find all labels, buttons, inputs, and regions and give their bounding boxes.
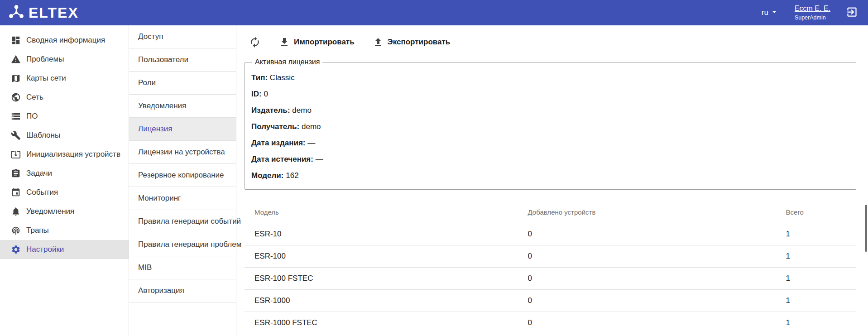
license-field: Дата истечения: —: [251, 151, 849, 168]
upload-icon: [373, 37, 384, 48]
submenu-item[interactable]: Авторизация: [129, 279, 236, 302]
table-cell: 0: [528, 268, 786, 290]
submenu-item[interactable]: Уведомления: [129, 95, 236, 118]
download-icon: [279, 37, 290, 48]
column-header: Модель: [245, 202, 528, 223]
toolbar: Импортировать Экспортировать: [236, 25, 868, 48]
sidebar-item[interactable]: Сводная информация: [0, 31, 129, 50]
submenu-item[interactable]: Пользователи: [129, 48, 236, 72]
language-selector[interactable]: ru: [762, 7, 779, 19]
import-button[interactable]: Импортировать: [279, 37, 355, 48]
brand-text: ELTEX: [29, 5, 79, 21]
bell-icon: [11, 206, 21, 216]
sidebar-item[interactable]: Инициализация устройств: [0, 145, 129, 164]
device-init-icon: [11, 149, 21, 159]
table-row: ESR-100001: [245, 290, 856, 312]
tasks-icon: [11, 168, 21, 178]
table-cell: ESR-1000: [245, 290, 528, 312]
sidebar-item[interactable]: Карты сети: [0, 69, 129, 88]
submenu-item[interactable]: Роли: [129, 72, 236, 95]
license-field-value: demo: [292, 106, 312, 115]
sidebar-item-label: Настройки: [26, 245, 64, 254]
license-field-label: Получатель:: [251, 122, 299, 131]
import-button-label: Импортировать: [294, 38, 355, 47]
table-cell: 0: [528, 312, 786, 334]
sidebar-item[interactable]: Настройки: [0, 240, 129, 259]
license-field-label: Издатель:: [251, 106, 290, 115]
sidebar-item[interactable]: Уведомления: [0, 202, 129, 221]
license-field-value: demo: [302, 122, 321, 131]
sidebar-item-label: Трапы: [26, 226, 49, 235]
submenu-item[interactable]: MIB: [129, 256, 236, 279]
refresh-button[interactable]: [249, 36, 261, 48]
sidebar-item-label: Сводная информация: [26, 36, 105, 45]
language-label: ru: [762, 8, 768, 17]
active-license-fieldset: Активная лицензия Тип: ClassicID: 0Издат…: [245, 58, 856, 190]
export-button[interactable]: Экспортировать: [373, 37, 451, 48]
sidebar-item[interactable]: Шаблоны: [0, 126, 129, 145]
sidebar-item-label: Уведомления: [26, 207, 74, 216]
sidebar-item[interactable]: События: [0, 183, 129, 202]
logout-button[interactable]: [846, 6, 858, 19]
table-cell: 1: [786, 245, 856, 268]
storage-icon: [11, 111, 21, 121]
main-sidebar: Сводная информацияПроблемыКарты сетиСеть…: [0, 25, 129, 336]
topbar: ELTEX ru Eccm E. E. SuperAdmin: [0, 0, 868, 25]
table-cell: 0: [528, 245, 786, 268]
gear-icon: [11, 245, 21, 254]
license-field: Получатель: demo: [251, 119, 849, 135]
refresh-icon: [249, 36, 261, 48]
eltex-logo-icon: [8, 4, 24, 22]
table-row: ESR-10001: [245, 245, 856, 268]
export-button-label: Экспортировать: [388, 38, 451, 47]
sidebar-item[interactable]: Задачи: [0, 164, 129, 183]
license-field: Издатель: demo: [251, 102, 849, 119]
license-field-value: —: [307, 139, 315, 147]
column-header: Добавлено устройств: [528, 202, 786, 223]
table-cell: 1: [786, 290, 856, 312]
sidebar-item-label: Проблемы: [26, 55, 64, 64]
brand-logo: ELTEX: [8, 4, 79, 22]
license-field-label: Дата истечения:: [251, 155, 313, 163]
sidebar-item[interactable]: Трапы: [0, 221, 129, 240]
traps-icon: [11, 226, 21, 235]
sidebar-item[interactable]: Проблемы: [0, 50, 129, 69]
license-field: Тип: Classic: [251, 70, 849, 86]
sidebar-item-label: События: [26, 188, 58, 197]
table-header-row: МодельДобавлено устройствВсего: [245, 202, 856, 223]
user-name-link[interactable]: Eccm E. E.: [795, 4, 830, 13]
license-field-value: 0: [264, 90, 268, 98]
sidebar-item-label: Карты сети: [26, 74, 66, 83]
column-header: Всего: [786, 202, 856, 223]
sidebar-item[interactable]: ПО: [0, 107, 129, 126]
submenu-item[interactable]: Резервное копирование: [129, 164, 236, 187]
sidebar-item[interactable]: Сеть: [0, 88, 129, 107]
settings-submenu: ДоступПользователиРолиУведомленияЛицензи…: [129, 25, 236, 336]
vertical-scrollbar[interactable]: [865, 205, 867, 252]
map-icon: [11, 73, 21, 83]
submenu-item[interactable]: Доступ: [129, 25, 236, 48]
submenu-item[interactable]: Мониторинг: [129, 187, 236, 210]
table-cell: 1: [786, 223, 856, 245]
submenu-item[interactable]: Лицензии на устройства: [129, 141, 236, 164]
license-field-label: Модели:: [251, 171, 283, 180]
submenu-item[interactable]: Лицензия: [129, 118, 236, 141]
sidebar-item-label: Сеть: [26, 93, 43, 102]
submenu-item[interactable]: Правила генерации событий: [129, 210, 236, 233]
user-block: Eccm E. E. SuperAdmin: [795, 4, 830, 22]
license-field-label: ID:: [251, 90, 262, 98]
submenu-item[interactable]: Правила генерации проблем: [129, 233, 236, 256]
table-cell: ESR-100 FSTEC: [245, 268, 528, 290]
sidebar-item-label: Задачи: [26, 169, 52, 178]
sidebar-item-label: Шаблоны: [26, 131, 60, 140]
table-row: ESR-1000 FSTEC01: [245, 312, 856, 334]
chevron-down-icon: [769, 7, 779, 19]
calendar-icon: [11, 187, 21, 197]
models-table: МодельДобавлено устройствВсего ESR-1001E…: [245, 202, 856, 334]
license-field: ID: 0: [251, 86, 849, 102]
warning-icon: [11, 54, 21, 64]
wrench-icon: [11, 130, 21, 140]
table-row: ESR-1001: [245, 223, 856, 245]
license-field: Дата издания: —: [251, 135, 849, 151]
table-cell: 1: [786, 268, 856, 290]
